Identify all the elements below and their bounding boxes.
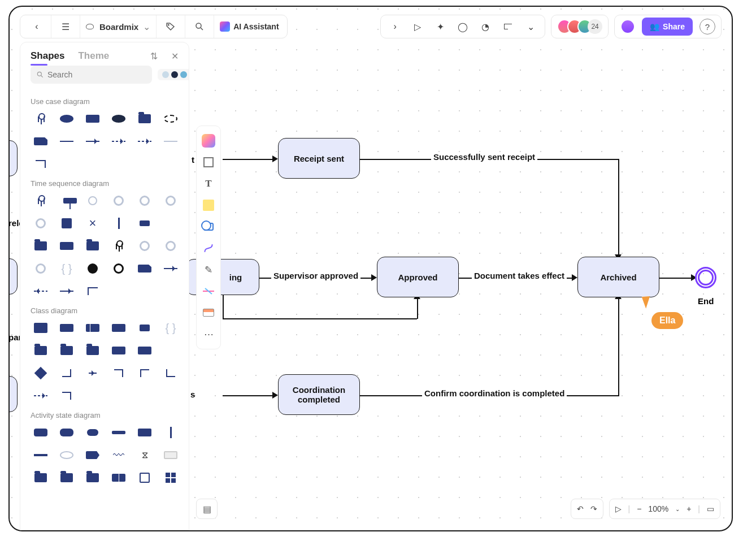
shape-pkg3-icon[interactable] xyxy=(31,342,51,359)
shape-ellipse-icon[interactable] xyxy=(108,110,129,127)
shape-arrow-icon[interactable] xyxy=(82,133,103,150)
shape-line-icon[interactable] xyxy=(57,133,77,150)
zoom-in-button[interactable]: + xyxy=(687,504,691,513)
tab-theme[interactable]: Theme xyxy=(78,50,109,62)
shape-conn3-icon[interactable] xyxy=(108,365,129,382)
shape-boundary2-icon[interactable] xyxy=(134,192,155,209)
shape-pkg4-icon[interactable] xyxy=(57,342,77,359)
shape-conn4-icon[interactable] xyxy=(134,365,155,382)
color-swatches[interactable]: ⌄ xyxy=(158,69,189,80)
shape-card2-icon[interactable] xyxy=(134,342,155,359)
comment-icon[interactable]: ◯ xyxy=(454,18,471,35)
search-button[interactable] xyxy=(191,18,208,35)
shape-enum-icon[interactable] xyxy=(134,319,155,336)
layers-button[interactable]: ▤ xyxy=(196,499,218,519)
shape-conn6-icon[interactable] xyxy=(31,387,51,404)
more-icon[interactable]: ⌄ xyxy=(522,18,539,35)
shape-braces-icon[interactable]: { } xyxy=(57,260,77,277)
shape-pkg6-icon[interactable] xyxy=(31,469,51,486)
shape-msg-icon[interactable] xyxy=(134,215,155,232)
shape-circle2-icon[interactable] xyxy=(160,237,181,254)
shape-act4-icon[interactable] xyxy=(108,424,129,441)
shape-diamond-icon[interactable] xyxy=(31,365,51,382)
chart-icon[interactable]: ⫍ xyxy=(499,18,516,35)
shape-interface-icon[interactable] xyxy=(82,319,103,336)
shape-hourglass-icon[interactable]: ⧖ xyxy=(134,447,155,464)
shape-pkg7-icon[interactable] xyxy=(57,469,77,486)
shape-actor2-icon[interactable] xyxy=(108,237,129,254)
shape-assoc-icon[interactable] xyxy=(160,133,181,150)
share-button[interactable]: 👥Share xyxy=(642,18,693,36)
shape-arrowR-icon[interactable] xyxy=(57,283,77,300)
shape-boundary-icon[interactable] xyxy=(160,110,181,127)
shape-entity-icon[interactable] xyxy=(82,192,103,209)
search-field[interactable] xyxy=(47,70,146,79)
shape-elbowL-icon[interactable] xyxy=(82,283,103,300)
node-receipt-sent[interactable]: Receipt sent xyxy=(278,138,360,179)
shape-lifeline-icon[interactable] xyxy=(31,192,51,209)
shape-note-icon[interactable] xyxy=(31,133,51,150)
shape-comp-icon[interactable] xyxy=(108,319,129,336)
node-archived[interactable]: Archived xyxy=(577,257,659,297)
tool-select[interactable] xyxy=(199,132,218,150)
shape-usecase-icon[interactable] xyxy=(57,110,77,127)
shape-act5-icon[interactable] xyxy=(134,424,155,441)
shape-activation-icon[interactable] xyxy=(108,215,129,232)
ai-assistant-button[interactable]: AI Assistant xyxy=(220,21,279,32)
shape-grid4-icon[interactable] xyxy=(160,469,181,486)
shape-combined-icon[interactable] xyxy=(57,215,77,232)
minimap-button[interactable]: ▭ xyxy=(707,504,714,513)
node-partial[interactable] xyxy=(8,376,18,412)
shape-note2-icon[interactable] xyxy=(134,260,155,277)
node-end-ring[interactable] xyxy=(695,267,716,288)
tool-sticky[interactable] xyxy=(199,196,218,214)
shape-act6-icon[interactable] xyxy=(160,424,181,441)
tool-more[interactable]: ⋯ xyxy=(199,325,218,343)
panel-close-icon[interactable]: ✕ xyxy=(171,51,179,62)
cursor-mode-button[interactable]: ▷ xyxy=(615,504,622,513)
shape-zig-icon[interactable]: 〰 xyxy=(108,447,129,464)
avatar-me[interactable] xyxy=(620,19,635,34)
tool-connector[interactable] xyxy=(199,239,218,257)
node-approved[interactable]: Approved xyxy=(377,257,459,297)
shape-card-icon[interactable] xyxy=(108,342,129,359)
board-title-group[interactable]: Boardmix ⌄ xyxy=(80,15,157,38)
shape-dasharrow-icon[interactable] xyxy=(108,133,129,150)
tool-mind[interactable] xyxy=(199,282,218,300)
shape-class2-icon[interactable] xyxy=(57,319,77,336)
shape-arrowfill-icon[interactable] xyxy=(160,260,181,277)
shape-pkg2-icon[interactable] xyxy=(82,237,103,254)
shape-conn1-icon[interactable] xyxy=(57,365,77,382)
node-partial[interactable] xyxy=(8,140,18,176)
tool-pen[interactable]: ✎ xyxy=(199,261,218,279)
shape-package-icon[interactable] xyxy=(134,110,155,127)
shape-pkg8-icon[interactable] xyxy=(82,469,103,486)
shape-table-icon[interactable] xyxy=(134,469,155,486)
shape-control-icon[interactable] xyxy=(108,192,129,209)
confetti-icon[interactable]: ✦ xyxy=(432,18,449,35)
zoom-level[interactable]: 100% xyxy=(648,504,668,513)
shape-pkg5-icon[interactable] xyxy=(82,342,103,359)
panel-body[interactable]: Use case diagram Time sequence diagram xyxy=(20,88,189,498)
shape-act2-icon[interactable] xyxy=(57,424,77,441)
panel-settings-icon[interactable]: ⇅ xyxy=(150,51,158,62)
tag-button[interactable] xyxy=(162,18,179,35)
shape-object-icon[interactable] xyxy=(57,192,77,209)
shape-box-icon[interactable] xyxy=(160,447,181,464)
node-coordination-completed[interactable]: Coordination completed xyxy=(278,374,360,415)
collaborators[interactable]: 24 xyxy=(551,15,609,38)
redo-button[interactable]: ↷ xyxy=(590,504,597,513)
zoom-out-button[interactable]: − xyxy=(637,504,641,513)
back-button[interactable]: ‹ xyxy=(28,18,45,35)
shape-pkg-icon[interactable] xyxy=(31,237,51,254)
undo-button[interactable]: ↶ xyxy=(577,504,584,513)
shape-signal-icon[interactable] xyxy=(82,447,103,464)
tool-template[interactable] xyxy=(199,304,218,322)
shape-filled-circle-icon[interactable] xyxy=(82,260,103,277)
expand-icon[interactable]: › xyxy=(386,18,403,35)
shape-circle-icon[interactable] xyxy=(134,237,155,254)
shape-conn7-icon[interactable] xyxy=(57,387,77,404)
node-partial[interactable] xyxy=(8,258,18,295)
play-icon[interactable]: ▷ xyxy=(409,18,426,35)
shape-act3-icon[interactable] xyxy=(82,424,103,441)
